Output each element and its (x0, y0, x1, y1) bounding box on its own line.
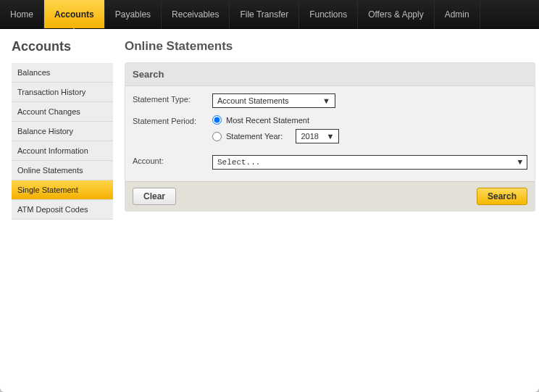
top-nav: Home Accounts Payables Receivables File … (0, 0, 539, 29)
page-title: Online Statements (125, 39, 535, 54)
period-option-most-recent-label: Most Recent Statement (226, 116, 309, 125)
statement-type-label: Statement Type: (133, 93, 212, 104)
search-button[interactable]: Search (477, 188, 527, 205)
statement-year-value: 2018 (301, 132, 318, 141)
chevron-down-icon: ▼ (327, 132, 335, 141)
period-option-year-label: Statement Year: (226, 132, 283, 141)
search-panel: Search Statement Type: Account Statement… (125, 62, 535, 212)
statement-type-select[interactable]: Account Statements ▼ (212, 93, 335, 108)
statement-type-value: Account Statements (217, 96, 288, 105)
topnav-offers-apply[interactable]: Offers & Apply (358, 0, 434, 28)
main-content: Online Statements Search Statement Type:… (125, 39, 535, 382)
topnav-admin[interactable]: Admin (435, 0, 480, 28)
sidebar-title: Accounts (12, 39, 113, 54)
period-radio-most-recent[interactable] (212, 115, 222, 125)
sidebar-item-account-information[interactable]: Account Information (12, 141, 113, 161)
statement-year-select[interactable]: 2018 ▼ (296, 129, 339, 143)
account-select[interactable]: Select... ▼ (212, 155, 527, 170)
sidebar-item-balances[interactable]: Balances (12, 63, 113, 83)
clear-button[interactable]: Clear (133, 188, 176, 205)
topnav-functions[interactable]: Functions (299, 0, 358, 28)
search-header: Search (125, 63, 535, 86)
sidebar-item-atm-deposit-codes[interactable]: ATM Deposit Codes (12, 200, 113, 220)
sidebar-item-balance-history[interactable]: Balance History (12, 122, 113, 141)
topnav-home[interactable]: Home (0, 0, 44, 28)
topnav-payables[interactable]: Payables (105, 0, 162, 28)
statement-period-label: Statement Period: (133, 115, 212, 125)
chevron-down-icon: ▼ (517, 158, 522, 167)
account-label: Account: (133, 155, 212, 165)
sidebar-item-single-statement[interactable]: Single Statement (12, 180, 113, 200)
account-select-value: Select... (217, 158, 260, 167)
topnav-receivables[interactable]: Receivables (162, 0, 230, 28)
sidebar-item-transaction-history[interactable]: Transaction History (12, 83, 113, 102)
topnav-file-transfer[interactable]: File Transfer (230, 0, 299, 28)
chevron-down-icon: ▼ (322, 96, 330, 105)
sidebar-item-account-changes[interactable]: Account Changes (12, 102, 113, 122)
period-radio-year[interactable] (212, 132, 222, 141)
sidebar: Accounts Balances Transaction History Ac… (12, 39, 113, 382)
sidebar-item-online-statements[interactable]: Online Statements (12, 161, 113, 180)
topnav-accounts[interactable]: Accounts (44, 0, 105, 28)
